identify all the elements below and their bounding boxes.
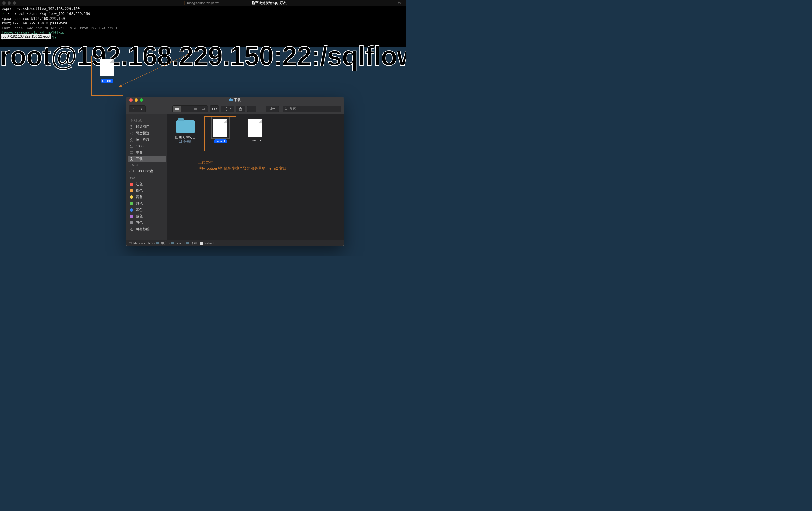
search-placeholder: 搜索 xyxy=(289,106,296,111)
terminal-titlebar[interactable]: root@centos7:/sqlflow 拖至此处发给 QQ 好友 ⌘1 xyxy=(0,0,406,6)
finder-title: 下载 xyxy=(229,97,241,103)
sidebar-item-desktop[interactable]: 桌面 xyxy=(126,149,167,155)
sidebar-tag-blue[interactable]: 蓝色 xyxy=(126,206,167,213)
finder-window: 下载 ‹ › ▾ ▾ ® ▾ 搜索 个人收藏 xyxy=(126,97,344,246)
finder-sidebar: 个人收藏 最近项目 隔空投送 应用程序 dooo 桌面 下载 iCloud iC… xyxy=(126,114,167,240)
folder-icon xyxy=(171,242,174,245)
action-menu-button[interactable]: ▾ xyxy=(221,106,234,112)
sidebar-tag-purple[interactable]: 紫色 xyxy=(126,213,167,219)
svg-rect-13 xyxy=(204,110,205,110)
minimize-icon[interactable] xyxy=(135,98,138,102)
zoom-icon[interactable] xyxy=(140,98,143,102)
svg-point-19 xyxy=(226,109,227,109)
item-name: minikube xyxy=(242,138,269,142)
finder-content[interactable]: 四川大屏项目 16 个项目 kubectl minikube xyxy=(167,114,344,240)
tag-dot xyxy=(130,202,133,205)
share-button[interactable] xyxy=(236,106,245,112)
svg-rect-17 xyxy=(214,109,215,110)
close-icon[interactable] xyxy=(2,1,5,5)
term-line: spawn ssh root@192.168.229.150 xyxy=(2,16,404,21)
back-button[interactable]: ‹ xyxy=(129,106,137,112)
airdrop-icon xyxy=(129,132,134,135)
arrange-button[interactable]: ▾ xyxy=(210,106,219,112)
finder-toolbar: ‹ › ▾ ▾ ® ▾ 搜索 xyxy=(126,104,344,114)
folder-icon xyxy=(186,242,189,245)
sidebar-tag-gray[interactable]: 灰色 xyxy=(126,219,167,226)
section-tags: 标签 xyxy=(126,174,167,181)
gallery-view-button[interactable] xyxy=(199,106,208,112)
term-line: expect ~/.ssh/sqlflow_192.168.229.150 xyxy=(2,6,404,11)
term-line: Last login: Wed Apr 29 14:32:11 2020 fro… xyxy=(2,26,404,31)
file-icon xyxy=(100,59,114,76)
clock-icon xyxy=(129,125,134,129)
annotation-text: 上传文件 使用 option 键+鼠标拖拽至登陆服务器的 iTerm2 窗口 xyxy=(198,160,287,171)
sidebar-tag-green[interactable]: 绿色 xyxy=(126,200,167,206)
sidebar-tag-yellow[interactable]: 黄色 xyxy=(126,194,167,200)
sidebar-tag-red[interactable]: 红色 xyxy=(126,181,167,187)
file-item-selected[interactable]: kubectl xyxy=(207,119,234,144)
path-segment[interactable]: 用户 xyxy=(161,241,167,245)
dropdown-button[interactable]: ® ▾ xyxy=(266,106,279,112)
svg-rect-11 xyxy=(202,110,202,110)
svg-rect-14 xyxy=(212,108,213,109)
tags-button[interactable] xyxy=(247,106,256,112)
section-icloud: iCloud xyxy=(126,162,167,168)
sidebar-item-airdrop[interactable]: 隔空投送 xyxy=(126,130,167,136)
column-view-button[interactable] xyxy=(190,106,199,112)
path-segment[interactable]: Macintosh HD xyxy=(134,242,153,245)
ssh-tooltip: root@192.168.229.150:22:/root xyxy=(1,34,51,39)
dragged-file-name: kubectl xyxy=(101,79,114,83)
minimize-icon[interactable] xyxy=(7,1,11,5)
disk-icon xyxy=(129,242,132,245)
search-input[interactable]: 搜索 xyxy=(283,106,341,112)
svg-line-22 xyxy=(287,109,287,110)
term-line: root@192.168.229.150's password: xyxy=(2,21,404,26)
file-icon xyxy=(213,119,228,137)
tag-dot xyxy=(130,208,133,211)
item-subtitle: 16 个项目 xyxy=(172,140,199,144)
qq-drop-hint: 拖至此处发给 QQ 好友 xyxy=(252,1,287,5)
highlight-box: kubectl xyxy=(91,56,123,95)
zoom-icon[interactable] xyxy=(13,1,16,5)
svg-rect-26 xyxy=(130,151,133,153)
term-line: [root@centos7 sqlflow]# ls xyxy=(2,36,404,41)
sidebar-item-downloads[interactable]: 下载 xyxy=(127,155,166,162)
sidebar-item-recents[interactable]: 最近项目 xyxy=(126,123,167,130)
sidebar-all-tags[interactable]: 所有标签 xyxy=(126,226,167,232)
file-icon xyxy=(249,119,262,137)
path-segment[interactable]: 下载 xyxy=(191,241,197,245)
svg-rect-12 xyxy=(203,110,204,110)
path-segment[interactable]: dooo xyxy=(176,242,182,245)
overlay-text: root@192.168.229.150:22:/sqlflow xyxy=(0,41,406,72)
term-line: [root@centos7 ~]# cd /sqlflow/ xyxy=(2,31,404,36)
finder-titlebar[interactable]: 下载 xyxy=(126,97,344,104)
file-icon xyxy=(200,242,203,245)
file-item[interactable]: minikube xyxy=(242,119,269,144)
folder-item[interactable]: 四川大屏项目 16 个项目 xyxy=(172,119,199,144)
close-icon[interactable] xyxy=(129,98,133,102)
folder-icon xyxy=(229,99,233,102)
svg-point-21 xyxy=(285,108,287,110)
terminal-title: root@centos7:/sqlflow xyxy=(184,1,221,5)
path-segment[interactable]: kubectl xyxy=(204,242,214,245)
terminal-body[interactable]: expect ~/.ssh/sqlflow_192.168.229.150 → … xyxy=(0,6,406,41)
sidebar-item-applications[interactable]: 应用程序 xyxy=(126,136,167,143)
list-view-button[interactable] xyxy=(181,106,190,112)
sidebar-item-icloud[interactable]: iCloud 云盘 xyxy=(126,168,167,174)
icon-view-button[interactable] xyxy=(173,106,181,112)
sidebar-item-home[interactable]: dooo xyxy=(126,143,167,149)
svg-point-30 xyxy=(131,229,133,231)
forward-button[interactable]: › xyxy=(137,106,145,112)
term-line: → ~ → ~ expect ~/.ssh/sqlflow_192.168.22… xyxy=(2,11,404,16)
svg-rect-0 xyxy=(175,108,177,109)
view-mode-segment xyxy=(172,106,208,112)
desktop-icon xyxy=(129,151,134,154)
svg-rect-8 xyxy=(194,108,195,110)
sidebar-tag-orange[interactable]: 橙色 xyxy=(126,187,167,194)
cloud-icon xyxy=(129,169,134,173)
section-favorites: 个人收藏 xyxy=(126,117,167,123)
svg-rect-7 xyxy=(193,108,194,110)
svg-rect-10 xyxy=(202,108,205,109)
svg-rect-1 xyxy=(177,108,179,109)
dragged-file-preview[interactable]: kubectl xyxy=(94,58,121,93)
